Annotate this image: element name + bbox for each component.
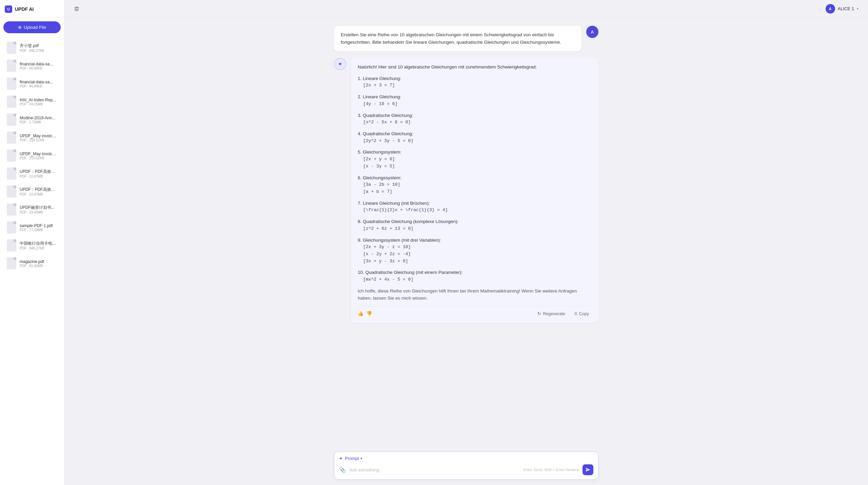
file-list-item[interactable]: UPDF融资计划书... PDF · 19.42MB — [2, 201, 62, 218]
equation-item: 1. Lineare Gleichung: [2x + 3 = 7] — [358, 75, 592, 89]
file-icon — [7, 203, 16, 216]
equation-item: 8. Quadratische Gleichung (komplexe Lösu… — [358, 218, 592, 232]
file-list-item[interactable]: Modine-2019-Ann... PDF · 2.72MB — [2, 111, 62, 128]
topbar: A ALICE 1 ▾ — [64, 0, 868, 18]
file-list-item[interactable]: UPDF_May invoice... PDF · 254.51KB — [2, 129, 62, 146]
file-icon — [7, 60, 16, 72]
file-name: financial-data-sa... — [20, 62, 53, 66]
equation-number: 7. — [358, 201, 363, 206]
equation-number: 2. — [358, 94, 363, 99]
equation-formula: [z^2 + 6z + 13 = 0] — [363, 225, 592, 233]
prompt-selector[interactable]: Prompt ▾ — [345, 456, 362, 461]
equation-list: 1. Lineare Gleichung: [2x + 3 = 7] 2. Li… — [358, 75, 592, 283]
equation-formula: [x^2 - 5x + 6 = 0] — [363, 119, 592, 126]
equation-type: Lineare Gleichung: — [363, 94, 401, 99]
equation-formula: [x - 2y + 2z = -4] — [363, 251, 592, 258]
equation-type: Lineare Gleichung: — [363, 76, 401, 81]
app-logo: U — [5, 5, 12, 13]
equation-item: 5. Gleichungssystem: [2x + y = 6][x - 3y… — [358, 148, 592, 170]
equation-formula: [x - 3y = 5] — [363, 163, 592, 170]
equation-type: Quadratische Gleichung: — [363, 113, 413, 118]
file-name: UPDF：PDF高效文... — [20, 187, 57, 193]
equation-type: Gleichungssystem: — [363, 149, 401, 155]
equation-item: 2. Lineare Gleichung: [4y - 10 = 6] — [358, 93, 592, 107]
file-name: UPDF：PDF高效文... — [20, 169, 57, 175]
file-meta: PDF · 46.89KB — [20, 66, 53, 70]
file-meta: PDF · 22.67MB — [20, 193, 57, 196]
file-icon — [7, 167, 16, 180]
file-list-item[interactable]: 齐小莹.pdf PDF · 690.27KB — [2, 39, 62, 57]
equation-formula: [3a - 2b = 10] — [363, 181, 592, 188]
file-meta: PDF · 81.92MB — [20, 264, 44, 268]
prompt-star-icon: ✦ — [339, 456, 343, 461]
file-icon — [7, 78, 16, 90]
feedback-buttons: 👍 👎 — [358, 310, 372, 317]
equation-formula: [3x + y - 3z = 6] — [363, 258, 592, 265]
thumbs-down-icon[interactable]: 👎 — [366, 310, 372, 317]
equation-number: 1. — [358, 76, 363, 81]
equation-item: 6. Gleichungssystem: [3a - 2b = 10][a + … — [358, 174, 592, 196]
file-name: UPDF_May invoice... — [20, 151, 57, 156]
user-menu[interactable]: A ALICE 1 ▾ — [823, 3, 861, 15]
file-meta: PDF · 22.67MB — [20, 175, 57, 178]
equation-formula: [2y^2 + 3y - 5 = 0] — [363, 138, 592, 145]
send-button[interactable] — [583, 464, 593, 475]
file-name: magazine.pdf — [20, 259, 44, 264]
file-list-item[interactable]: sample-PDF-1.pdf PDF · 77.33MB — [2, 219, 62, 236]
user-avatar: A — [826, 4, 835, 14]
file-name: 中国银行信用卡电... — [20, 241, 56, 246]
file-name: HAI_AI-Index-Rep... — [20, 98, 56, 102]
thumbs-up-icon[interactable]: 👍 — [358, 310, 363, 317]
regenerate-button[interactable]: ↻ Regenerate — [535, 310, 568, 318]
file-meta: PDF · 253.62KB — [20, 156, 57, 160]
ai-intro: Natürlich! Hier sind 10 algebraische Gle… — [358, 63, 592, 71]
ai-footer-text: Ich hoffe, diese Reihe von Gleichungen h… — [358, 287, 592, 302]
equation-formula: [a + b = 7] — [363, 188, 592, 196]
file-list-item[interactable]: financial-data-sa... PDF · 46.89KB — [2, 75, 62, 93]
attach-icon[interactable]: 📎 — [339, 467, 346, 473]
file-icon — [7, 42, 16, 54]
equation-number: 3. — [358, 113, 363, 118]
equation-formula: [2x + 3y - z = 10] — [363, 244, 592, 251]
equation-type: Lineare Gleichung (mit Brüchen): — [363, 201, 430, 206]
equation-number: 6. — [358, 175, 363, 180]
equation-formula: [mx^2 + 4x - 5 = 0] — [363, 276, 592, 283]
file-name: UPDF_May invoice... — [20, 134, 57, 138]
upload-icon: ⊕ — [18, 25, 22, 30]
file-list-item[interactable]: HAI_AI-Index-Rep... PDF · 24.15MB — [2, 93, 62, 110]
file-list-item[interactable]: 中国银行信用卡电... PDF · 948.27KB — [2, 237, 62, 254]
user-name: ALICE 1 — [838, 6, 854, 11]
user-menu-chevron-icon: ▾ — [857, 7, 859, 11]
file-list-item[interactable]: UPDF_May invoice... PDF · 253.62KB — [2, 147, 62, 164]
user-message: Erstellen Sie eine Reihe von 10 algebrai… — [327, 26, 605, 51]
equation-item: 7. Lineare Gleichung (mit Brüchen): [\fr… — [358, 200, 592, 214]
chat-input[interactable] — [349, 467, 520, 472]
input-hint: Enter Send; Shift + Enter Newline — [524, 468, 579, 472]
delete-button[interactable] — [71, 3, 82, 14]
main-area: A ALICE 1 ▾ Erstellen Sie eine Reihe von… — [64, 0, 868, 485]
upload-file-button[interactable]: ⊕ Upload File — [3, 21, 61, 33]
file-list-item[interactable]: UPDF：PDF高效文... PDF · 22.67MB — [2, 183, 62, 200]
file-list: 齐小莹.pdf PDF · 690.27KB financial-data-sa… — [0, 37, 64, 485]
file-list-item[interactable]: financial-data-sa... PDF · 46.89KB — [2, 57, 62, 75]
input-top: ✦ Prompt ▾ — [339, 456, 593, 461]
ai-message-bubble: Natürlich! Hier sind 10 algebraische Gle… — [351, 58, 598, 323]
file-list-item[interactable]: magazine.pdf PDF · 81.92MB — [2, 255, 62, 272]
file-icon — [7, 185, 16, 198]
file-meta: PDF · 19.42MB — [20, 210, 55, 214]
app-name: UPDF AI — [15, 6, 34, 12]
copy-button[interactable]: ⎘ Copy — [572, 310, 592, 318]
file-icon — [7, 132, 16, 144]
copy-icon: ⎘ — [575, 311, 577, 316]
equation-formula: [2x + y = 6] — [363, 156, 592, 163]
regenerate-icon: ↻ — [537, 311, 541, 316]
file-meta: PDF · 77.33MB — [20, 228, 53, 232]
equation-item: 9. Gleichungssystem (mit drei Variablen)… — [358, 237, 592, 265]
file-icon — [7, 114, 16, 126]
equation-item: 4. Quadratische Gleichung: [2y^2 + 3y - … — [358, 130, 592, 144]
user-message-text: Erstellen Sie eine Reihe von 10 algebrai… — [341, 32, 561, 45]
ai-avatar: ✦ — [334, 58, 346, 70]
equation-type: Quadratische Gleichung: — [363, 131, 413, 136]
file-meta: PDF · 948.27KB — [20, 246, 56, 250]
file-list-item[interactable]: UPDF：PDF高效文... PDF · 22.67MB — [2, 165, 62, 182]
